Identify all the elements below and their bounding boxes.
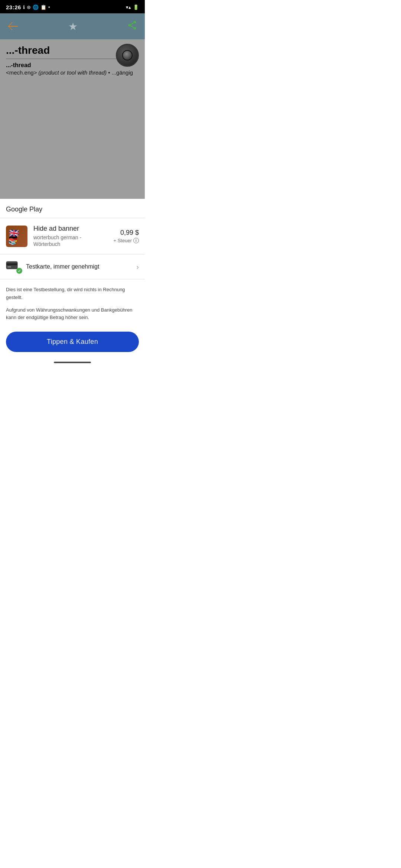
back-button[interactable]: 🡠 xyxy=(7,20,19,33)
dict-definition: (product or tool with thread) xyxy=(39,69,107,76)
buy-button[interactable]: Tippen & Kaufen xyxy=(6,332,139,352)
parking-icon: ⊛ xyxy=(27,4,31,10)
dict-tag: <mech.eng> xyxy=(6,69,37,76)
favorite-button[interactable]: ★ xyxy=(68,20,78,33)
svg-rect-7 xyxy=(7,266,11,267)
globe-icon: 🌐 xyxy=(33,4,39,10)
app-toolbar: 🡠 ★ xyxy=(0,13,145,39)
payment-row[interactable]: ✓ Testkarte, immer genehmigt › xyxy=(0,254,145,279)
disclaimer-line1: Dies ist eine Testbestellung, dir wird n… xyxy=(6,286,139,301)
status-icons-right: ▾▴ 🔋 xyxy=(126,4,139,10)
svg-point-0 xyxy=(134,21,136,23)
home-bar xyxy=(54,362,91,363)
payment-label: Testkarte, immer genehmigt xyxy=(26,263,131,270)
svg-rect-6 xyxy=(6,263,17,265)
svg-point-2 xyxy=(134,27,136,30)
product-price: 0,99 $ xyxy=(113,229,139,237)
info-icon: ℹ xyxy=(23,4,25,10)
share-button[interactable] xyxy=(127,20,137,33)
speaker-inner xyxy=(122,50,133,60)
dot-icon: • xyxy=(48,4,50,10)
product-tax: + Steuer i xyxy=(113,238,139,243)
battery-icon: 🔋 xyxy=(133,4,139,10)
product-price-col: 0,99 $ + Steuer i xyxy=(113,229,139,243)
product-row: 🇬🇧 🇩🇪 📚 Hide ad banner worterbuch german… xyxy=(0,218,145,254)
disclaimer-line2: Aufgrund von Währungsschwankungen und Ba… xyxy=(6,306,139,321)
product-subtitle: worterbuch german - Wörterbuch xyxy=(33,234,107,247)
home-indicator xyxy=(0,358,145,365)
status-left: 23:26 ℹ ⊛ 🌐 📋 • xyxy=(6,4,50,10)
tax-label: + Steuer xyxy=(113,238,132,243)
google-play-section: Google Play 🇬🇧 🇩🇪 📚 Hide ad banner worte… xyxy=(0,199,145,365)
svg-line-3 xyxy=(131,26,134,28)
tax-info-icon[interactable]: i xyxy=(133,238,139,243)
status-bar: 23:26 ℹ ⊛ 🌐 📋 • ▾▴ 🔋 xyxy=(0,0,145,13)
svg-line-4 xyxy=(131,23,134,25)
speaker-circle xyxy=(116,44,139,67)
chevron-right-icon: › xyxy=(136,263,139,271)
product-info: Hide ad banner worterbuch german - Wörte… xyxy=(33,225,107,247)
disclaimer-section: Dies ist eine Testbestellung, dir wird n… xyxy=(0,279,145,332)
book-stack-icon: 🇬🇧 🇩🇪 📚 xyxy=(6,226,27,247)
books-icon: 📚 xyxy=(8,237,16,246)
wifi-icon: ▾▴ xyxy=(126,4,131,10)
buy-button-wrap: Tippen & Kaufen xyxy=(0,332,145,358)
clipboard-icon: 📋 xyxy=(40,4,46,10)
speaker-button[interactable] xyxy=(116,44,139,67)
dict-entry-def: <mech.eng> (product or tool with thread)… xyxy=(6,69,139,76)
dict-extra: • ...gängig xyxy=(108,69,133,76)
google-play-title: Google Play xyxy=(6,206,139,213)
dictionary-content: ...-thread ...-thread <mech.eng> (produc… xyxy=(0,39,145,199)
google-play-header: Google Play xyxy=(0,199,145,218)
svg-point-1 xyxy=(128,24,131,27)
check-badge-icon: ✓ xyxy=(16,268,22,274)
product-icon: 🇬🇧 🇩🇪 📚 xyxy=(6,226,27,247)
product-name: Hide ad banner xyxy=(33,225,107,233)
payment-icon-wrap: ✓ xyxy=(6,260,21,273)
status-time: 23:26 xyxy=(6,4,21,10)
